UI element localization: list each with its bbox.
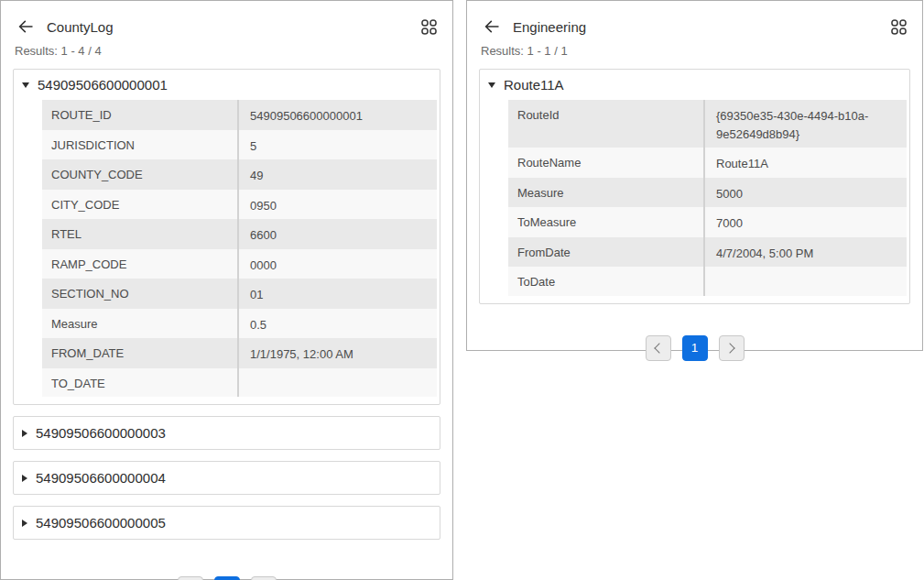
pagination: 1 [479,335,910,361]
table-row: RTEL 6600 [42,219,437,249]
feature-id: 54909506600000005 [36,515,166,531]
table-row: ToMeasure 7000 [508,207,907,237]
page-title: CountyLog [47,19,114,35]
table-row: FROM_DATE 1/1/1975, 12:00 AM [42,338,437,368]
field-value: Route11A [703,148,907,178]
attribute-table: ROUTE_ID 54909506600000001 JURISDICTION … [42,100,437,397]
table-row: SECTION_NO 01 [42,279,437,309]
current-page-button[interactable]: 1 [214,576,240,580]
results-list: Route11A RouteId {69350e35-430e-4494-b10… [467,58,922,361]
chevron-right-icon [724,343,734,353]
field-label: Measure [508,178,703,208]
table-row: RouteName Route11A [508,148,907,178]
field-label: RAMP_CODE [42,249,237,279]
caret-down-icon [488,82,495,88]
field-value: 0950 [237,190,437,220]
field-value: 49 [237,159,437,190]
field-value: 0000 [237,249,437,279]
feature-id: Route11A [504,77,564,93]
field-label: ToMeasure [508,207,703,237]
field-label: RouteId [508,100,703,148]
prev-page-button[interactable] [178,576,203,580]
results-count: Results: 1 - 4 / 4 [15,44,452,58]
feature-card-expanded: Route11A RouteId {69350e35-430e-4494-b10… [479,69,910,304]
table-row: Measure 5000 [508,178,907,208]
feature-card-header[interactable]: Route11A [480,70,909,98]
panel-header: CountyLog [1,1,452,37]
field-label: JURISDICTION [42,130,237,160]
next-page-button[interactable] [719,335,745,361]
table-row: RouteId {69350e35-430e-4494-b10a-9e52649… [508,100,907,148]
field-value [237,368,437,398]
field-label: ROUTE_ID [42,100,237,130]
next-page-button[interactable] [251,576,277,580]
table-row: FromDate 4/7/2004, 5:00 PM [508,237,907,268]
arrow-left-icon [16,17,35,36]
feature-card-collapsed[interactable]: 54909506600000004 [13,461,440,495]
field-label: ToDate [508,267,703,296]
feature-id: 54909506600000003 [36,425,166,441]
field-value: 4/7/2004, 5:00 PM [703,237,907,268]
attribute-table: RouteId {69350e35-430e-4494-b10a-9e52649… [508,100,907,296]
field-value: 54909506600000001 [237,100,437,130]
table-row: Measure 0.5 [42,309,437,339]
layer-grid-button[interactable] [888,16,908,37]
table-row: CITY_CODE 0950 [42,190,437,220]
caret-right-icon [22,430,27,437]
table-row: RAMP_CODE 0000 [42,249,437,279]
field-label: RouteName [508,148,703,178]
field-value: 1/1/1975, 12:00 AM [237,338,437,368]
field-label: CITY_CODE [42,190,237,220]
table-row: TO_DATE [42,368,437,398]
table-row: ROUTE_ID 54909506600000001 [42,100,437,130]
table-row: COUNTY_CODE 49 [42,159,437,190]
feature-card-expanded: 54909506600000001 ROUTE_ID 5490950660000… [13,69,440,405]
pagination: 1 [13,576,440,580]
arrow-left-icon [483,17,501,36]
field-label: SECTION_NO [42,279,237,309]
feature-card-header[interactable]: 54909506600000001 [14,70,440,98]
chevron-left-icon [654,343,664,353]
app-grid-circles-icon [420,18,438,36]
field-label: RTEL [42,219,237,249]
results-count: Results: 1 - 1 / 1 [481,44,922,58]
table-row: ToDate [508,267,907,296]
caret-down-icon [22,82,29,88]
field-value: 0.5 [237,309,437,339]
field-value: 5000 [703,178,907,208]
field-label: TO_DATE [42,368,237,398]
feature-card-header[interactable]: 54909506600000003 [14,417,440,449]
field-value [703,267,907,296]
results-list: 54909506600000001 ROUTE_ID 5490950660000… [1,58,452,580]
back-button[interactable] [16,16,36,37]
field-label: Measure [42,309,237,339]
countylog-panel: CountyLog Results: 1 - 4 / 4 54909506600… [0,0,453,580]
feature-card-header[interactable]: 54909506600000005 [14,507,440,539]
panel-header: Engineering [467,1,922,37]
field-value: 7000 [703,207,907,237]
field-value: 6600 [237,219,437,249]
page-title: Engineering [513,19,586,35]
caret-right-icon [22,475,27,482]
layer-grid-button[interactable] [419,16,439,37]
table-row: JURISDICTION 5 [42,130,437,160]
prev-page-button[interactable] [646,335,671,361]
field-label: FromDate [508,237,703,268]
field-value: 01 [237,279,437,309]
engineering-panel: Engineering Results: 1 - 1 / 1 Route11A … [466,0,923,351]
feature-card-header[interactable]: 54909506600000004 [14,462,440,494]
feature-card-collapsed[interactable]: 54909506600000003 [13,416,440,450]
feature-id: 54909506600000004 [36,470,166,486]
feature-card-collapsed[interactable]: 54909506600000005 [13,506,440,540]
caret-right-icon [22,520,27,527]
feature-id: 54909506600000001 [38,77,168,93]
field-label: FROM_DATE [42,338,237,368]
app-grid-circles-icon [890,18,908,36]
field-value: 5 [237,130,437,160]
field-value: {69350e35-430e-4494-b10a-9e52649d8b94} [703,100,907,148]
back-button[interactable] [482,16,502,37]
field-label: COUNTY_CODE [42,159,237,190]
current-page-button[interactable]: 1 [682,335,708,361]
